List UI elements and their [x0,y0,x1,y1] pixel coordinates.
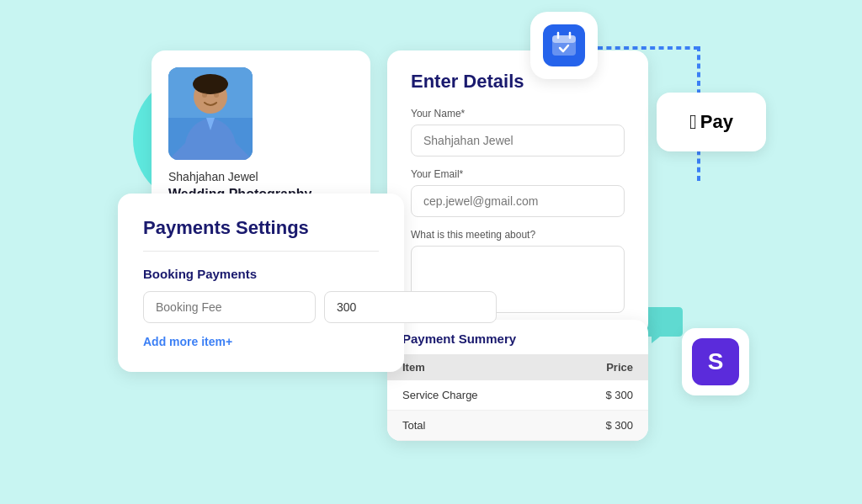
booking-amount-input[interactable] [324,291,497,323]
email-input[interactable] [411,185,625,217]
add-item-button[interactable]: Add more item+ [143,335,379,348]
summary-row-service: Service Charge $ 300 [387,380,648,411]
summary-item-total: Total [387,411,556,441]
svg-point-8 [202,93,207,98]
square-app-letter: S [708,348,724,375]
name-input[interactable] [411,125,625,157]
summary-table: Item Price Service Charge $ 300 Total $ … [387,354,648,441]
svg-point-7 [193,74,228,94]
name-field-label: Your Name* [411,108,625,119]
apple-pay-text:  Pay [689,110,733,134]
summary-item-service: Service Charge [387,380,556,411]
booking-fee-input[interactable] [143,291,316,323]
payments-settings-title: Payments Settings [143,217,379,239]
square-app-card: S [682,328,749,395]
summary-price-total: $ 300 [556,411,648,441]
payments-settings-card: Payments Settings Booking Payments Add m… [118,194,404,372]
booking-section-label: Booking Payments [143,267,379,281]
summary-col-item: Item [387,354,556,380]
svg-rect-1 [552,35,576,43]
apple-icon:  [689,110,697,134]
scene:  Pay S [0,0,862,504]
summary-title: Payment Summery [387,320,648,354]
profile-avatar [168,67,253,160]
profile-name: Shahjahan Jewel [168,170,345,183]
email-field-label: Your Email* [411,168,625,180]
summary-col-price: Price [556,354,648,380]
apple-pay-card:  Pay [657,93,766,151]
meeting-field-label: What is this meeting about? [411,229,625,241]
payment-summary-card: Payment Summery Item Price Service Charg… [387,320,648,441]
calendar-booking-icon [550,31,578,60]
avatar-image [168,67,253,160]
summary-row-total: Total $ 300 [387,411,648,441]
summary-table-header: Item Price [387,354,648,380]
square-app-inner: S [692,338,739,385]
svg-point-9 [214,93,219,98]
booking-inputs-row [143,291,379,323]
app-icon-inner [543,24,585,66]
payments-divider [143,251,379,252]
summary-price-service: $ 300 [556,380,648,411]
app-icon-card [530,12,598,79]
apple-pay-label: Pay [700,111,733,133]
dashed-line-horizontal [598,46,699,50]
